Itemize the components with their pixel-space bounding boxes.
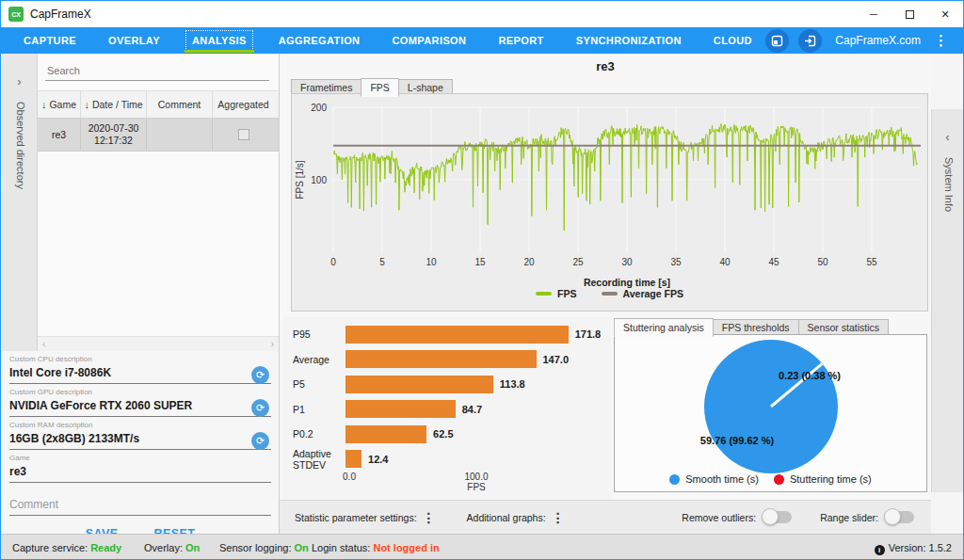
cpu-refresh-button[interactable]: ⟳ bbox=[251, 366, 269, 384]
statistic-settings-menu-icon[interactable]: ⋮ bbox=[417, 510, 441, 525]
column-header-aggregated[interactable]: Aggregated bbox=[213, 91, 274, 118]
bar-value: 62.5 bbox=[433, 428, 453, 440]
bar-label: P0.2 bbox=[283, 428, 345, 440]
login-button[interactable] bbox=[798, 29, 822, 53]
range-slider-toggle[interactable] bbox=[886, 511, 914, 523]
horizontal-scrollbar[interactable]: ‹ › bbox=[38, 336, 279, 351]
nav-tab-report[interactable]: REPORT bbox=[492, 31, 549, 50]
app-logo-icon: CX bbox=[8, 7, 24, 22]
cpu-description-label: Custom CPU description bbox=[9, 355, 271, 363]
ram-refresh-button[interactable]: ⟳ bbox=[251, 432, 269, 450]
svg-text:0: 0 bbox=[330, 257, 336, 267]
tab-stuttering-analysis[interactable]: Stuttering analysis bbox=[614, 318, 714, 337]
bar-label: P95 bbox=[283, 328, 345, 340]
gpu-refresh-button[interactable]: ⟳ bbox=[251, 399, 269, 417]
bar-rect bbox=[345, 400, 456, 418]
observed-directory-label: Observed directory bbox=[13, 102, 26, 189]
remove-outliers-toggle[interactable] bbox=[763, 511, 792, 523]
range-slider-label: Range slider: bbox=[820, 512, 878, 523]
percentile-row-p5: P5113.8 bbox=[283, 375, 611, 393]
record-list-panel: ↓Game ↓Date / Time Comment Aggregated re… bbox=[38, 54, 280, 351]
aggregated-checkbox[interactable] bbox=[238, 129, 249, 140]
nav-tab-capture[interactable]: CAPTURE bbox=[18, 31, 82, 50]
system-info-expander[interactable]: ‹ System Info bbox=[931, 109, 963, 492]
stuttering-time-swatch bbox=[774, 474, 784, 485]
system-info-label: System Info bbox=[941, 157, 955, 212]
axis-tick: 100.0 bbox=[464, 472, 488, 482]
ram-description-label: Custom RAM description bbox=[9, 421, 271, 429]
svg-text:50: 50 bbox=[817, 257, 828, 267]
bar-chart-xlabel: FPS bbox=[467, 482, 485, 492]
close-button[interactable]: ✕ bbox=[927, 1, 963, 27]
additional-graphs-menu-icon[interactable]: ⋮ bbox=[546, 510, 570, 525]
svg-text:45: 45 bbox=[768, 257, 779, 267]
svg-text:30: 30 bbox=[621, 257, 633, 267]
observed-directory-expander[interactable]: › Observed directory bbox=[2, 54, 38, 351]
nav-tab-overlay[interactable]: OVERLAY bbox=[103, 31, 166, 50]
search-input[interactable] bbox=[45, 61, 269, 81]
bar-label: Average bbox=[283, 354, 345, 365]
capframex-window: CX CapFrameX ─ ✕ CAPTURE OVERLAY ANALYSI… bbox=[0, 0, 964, 560]
bar-label: Adaptive STDEV bbox=[283, 448, 345, 471]
screenshot-button[interactable] bbox=[765, 29, 789, 53]
pie-label-stuttering: 0.23 (0.38 %) bbox=[779, 370, 841, 381]
game-field: Game bbox=[9, 454, 271, 483]
column-header-game[interactable]: ↓Game bbox=[38, 91, 81, 118]
bar-value: 147.0 bbox=[543, 354, 570, 365]
sort-desc-icon: ↓ bbox=[84, 99, 89, 110]
expand-right-icon[interactable]: › bbox=[2, 74, 37, 88]
gpu-description-input[interactable] bbox=[9, 398, 226, 414]
record-aggregated-cell bbox=[213, 119, 274, 151]
cpu-description-input[interactable] bbox=[9, 365, 226, 381]
nav-tab-aggregation[interactable]: AGGREGATION bbox=[273, 31, 366, 50]
capture-service-status: Capture service: Ready bbox=[12, 542, 121, 553]
info-icon: i bbox=[875, 545, 885, 555]
minimize-button[interactable]: ─ bbox=[856, 1, 892, 27]
scroll-left-icon[interactable]: ‹ bbox=[42, 339, 45, 349]
tab-fps[interactable]: FPS bbox=[361, 78, 398, 97]
descriptions-panel: Custom CPU description ⟳ Custom GPU desc… bbox=[2, 351, 280, 534]
column-header-comment[interactable]: Comment bbox=[147, 91, 213, 118]
remove-outliers-label: Remove outliers: bbox=[682, 512, 756, 523]
percentile-row-p0-2: P0.262.5 bbox=[283, 424, 611, 443]
nav-kebab-menu-icon[interactable]: ⋮ bbox=[930, 32, 952, 49]
game-input[interactable] bbox=[9, 464, 226, 480]
comment-input[interactable] bbox=[9, 492, 226, 513]
pie-label-smooth: 59.76 (99.62 %) bbox=[700, 435, 774, 446]
site-link[interactable]: CapFrameX.com bbox=[835, 34, 921, 47]
fps-chart-card: 0510152025303540455055100200FPS [1/s]Rec… bbox=[291, 93, 928, 312]
bar-value: 171.8 bbox=[575, 328, 602, 340]
svg-text:200: 200 bbox=[311, 103, 327, 113]
main-navigation: CAPTURE OVERLAY ANALYSIS AGGREGATION COM… bbox=[1, 27, 963, 54]
nav-tab-analysis[interactable]: ANALYSIS bbox=[186, 31, 252, 50]
svg-text:15: 15 bbox=[474, 257, 486, 267]
bar-rect bbox=[345, 326, 569, 344]
nav-tab-comparison[interactable]: COMPARISON bbox=[386, 31, 472, 50]
nav-tab-synchronization[interactable]: SYNCHRONIZATION bbox=[570, 31, 687, 50]
axis-tick: 0.0 bbox=[343, 472, 356, 482]
percentile-row-average: Average147.0 bbox=[283, 350, 611, 369]
login-status: Login status: Not logged in bbox=[312, 542, 440, 553]
record-list-header: ↓Game ↓Date / Time Comment Aggregated bbox=[38, 90, 279, 119]
scroll-right-icon[interactable]: › bbox=[271, 339, 274, 349]
game-label: Game bbox=[9, 454, 271, 462]
expand-left-icon[interactable]: ‹ bbox=[932, 130, 963, 144]
sensor-logging-status: Sensor logging: On bbox=[219, 542, 309, 553]
window-title: CapFrameX bbox=[30, 8, 91, 21]
bar-label: P1 bbox=[283, 404, 345, 415]
legend-stuttering-time: Stuttering time (s) bbox=[774, 473, 872, 485]
svg-text:10: 10 bbox=[426, 257, 437, 267]
analysis-main-panel: re3 Frametimes FPS L-shape 0510152025303… bbox=[280, 54, 931, 500]
login-icon bbox=[804, 35, 816, 47]
stuttering-analysis-panel: 0.23 (0.38 %) 59.76 (99.62 %) Smooth tim… bbox=[614, 334, 927, 492]
svg-text:Recording time [s]: Recording time [s] bbox=[584, 277, 670, 288]
maximize-button[interactable] bbox=[892, 1, 927, 27]
additional-graphs-label: Additional graphs: bbox=[467, 512, 546, 523]
record-row[interactable]: re3 2020-07-3012:17:32 bbox=[38, 119, 279, 152]
ram-description-input[interactable] bbox=[9, 431, 226, 447]
svg-text:100: 100 bbox=[311, 175, 327, 185]
column-header-datetime[interactable]: ↓Date / Time bbox=[81, 91, 147, 118]
bar-value: 113.8 bbox=[500, 378, 525, 390]
nav-tab-cloud[interactable]: CLOUD bbox=[708, 31, 758, 50]
legend-average-fps: Average FPS bbox=[602, 288, 683, 299]
